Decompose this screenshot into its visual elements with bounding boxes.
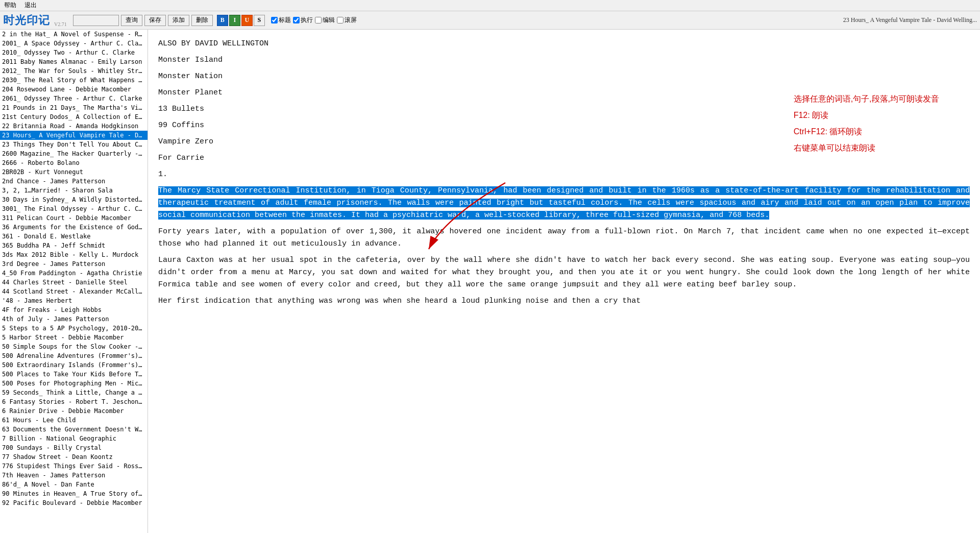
sidebar-item[interactable]: 3, 2, 1…Married! - Sharon Sala <box>0 186 148 195</box>
sidebar-item[interactable]: 2nd Chance - James Patterson <box>0 177 148 186</box>
sidebar-item[interactable]: 4_50 From Paddington - Agatha Christie <box>0 269 148 278</box>
sidebar-item[interactable]: 2061_ Odyssey Three - Arthur C. Clarke <box>0 94 148 103</box>
sidebar-item[interactable]: 3001_ The Final Odyssey - Arthur C. Clar… <box>0 204 148 213</box>
sidebar-item[interactable]: 2BR02B - Kurt Vonnegut <box>0 167 148 177</box>
paragraph-4: Her first indication that anything was w… <box>158 295 970 307</box>
sidebar-item[interactable]: 3rd Degree - James Patterson <box>0 259 148 269</box>
app-title: 时光印记 <box>3 13 50 28</box>
book-item: Monster Island <box>158 54 970 66</box>
window-title: 23 Hours_ A Vengeful Vampire Tale - Davi… <box>843 16 977 24</box>
sidebar-item[interactable]: 2600 Magazine_ The Hacker Quarterly - Di… <box>0 149 148 158</box>
sidebar-item[interactable]: 61 Hours - Lee Child <box>0 416 148 425</box>
sidebar-item[interactable]: 311 Pelican Court - Debbie Macomber <box>0 213 148 223</box>
sidebar-item[interactable]: 500 Adrenaline Adventures (Frommer's) - … <box>0 351 148 360</box>
search-input[interactable] <box>73 15 119 26</box>
paragraph-2: Forty years later, with a population of … <box>158 226 970 250</box>
search-button[interactable]: 查询 <box>121 15 142 26</box>
sidebar-item[interactable]: 77 Shadow Street - Dean Koontz <box>0 452 148 462</box>
sidebar-item[interactable]: 2012_ The War for Souls - Whitley Strieb… <box>0 66 148 76</box>
sidebar-item[interactable]: 2666 - Roberto Bolano <box>0 158 148 167</box>
sidebar-item[interactable]: 7th Heaven - James Patterson <box>0 471 148 480</box>
sidebar-item[interactable]: 2 in the Hat_ A Novel of Suspense - Raff… <box>0 30 148 39</box>
underline-button[interactable]: U <box>241 15 253 26</box>
sidebar-item[interactable]: 21 Pounds in 21 Days_ The Martha's Viney… <box>0 103 148 112</box>
book-item: Monster Nation <box>158 70 970 83</box>
sidebar-item[interactable]: 50 Simple Soups for the Slow Cooker - Ly… <box>0 342 148 351</box>
sidebar-item[interactable]: 500 Places to Take Your Kids Before They… <box>0 370 148 379</box>
sidebar-item[interactable]: 92 Pacific Boulevard - Debbie Macomber <box>0 498 148 507</box>
book-item: 99 Coffins <box>158 119 970 132</box>
save-button[interactable]: 保存 <box>144 15 166 26</box>
delete-button[interactable]: 删除 <box>191 15 213 26</box>
sidebar-item[interactable]: 6 Rainier Drive - Debbie Macomber <box>0 406 148 416</box>
checkbox-quanping[interactable]: 滚屏 <box>337 16 357 25</box>
sidebar-item[interactable]: 2030_ The Real Story of What Happens to … <box>0 76 148 85</box>
sidebar-item[interactable]: 86'd_ A Novel - Dan Fante <box>0 480 148 489</box>
book-item: 13 Bullets <box>158 103 970 115</box>
sidebar-item[interactable]: 3ds Max 2012 Bible - Kelly L. Murdock <box>0 250 148 259</box>
bold-button[interactable]: B <box>217 15 228 26</box>
book-list: Monster IslandMonster NationMonster Plan… <box>158 54 970 164</box>
also-by-title: ALSO BY DAVID WELLINGTON <box>158 38 970 50</box>
sidebar-item[interactable]: 2011 Baby Names Almanac - Emily Larson <box>0 57 148 66</box>
add-button[interactable]: 添加 <box>168 15 189 26</box>
sidebar-item[interactable]: 21st Century Dodos_ A Collection of Enda… <box>0 112 148 122</box>
chapter-heading: 1. <box>158 168 970 181</box>
paragraph-3: Laura Caxton was at her usual spot in th… <box>158 254 970 291</box>
sidebar-item[interactable]: 90 Minutes in Heaven_ A True Story of De… <box>0 489 148 498</box>
menu-help[interactable]: 帮助 <box>2 0 18 11</box>
sidebar-item[interactable]: 30 Days in Sydney_ A Wildly Distorted Ac… <box>0 195 148 204</box>
sidebar-item[interactable]: 2001_ A Space Odyssey - Arthur C. Clarke <box>0 39 148 48</box>
sidebar-item[interactable]: 5 Harbor Street - Debbie Macomber <box>0 333 148 342</box>
sidebar-item[interactable]: 36 Arguments for the Existence of God - … <box>0 223 148 232</box>
menubar: 帮助 退出 <box>0 0 980 11</box>
sidebar-item[interactable]: 2010_ Odyssey Two - Arthur C. Clarke <box>0 48 148 57</box>
book-item: Vampire Zero <box>158 136 970 148</box>
highlighted-paragraph: The Marcy State Correctional Institution… <box>158 185 970 222</box>
sidebar-item[interactable]: 204 Rosewood Lane - Debbie Macomber <box>0 85 148 94</box>
book-item: Monster Planet <box>158 87 970 99</box>
sidebar-item[interactable]: 63 Documents the Government Doesn't Want… <box>0 425 148 434</box>
content-area[interactable]: ALSO BY DAVID WELLINGTON Monster IslandM… <box>148 30 980 533</box>
sidebar[interactable]: 2 in the Hat_ A Novel of Suspense - Raff… <box>0 30 148 533</box>
book-item: For Carrie <box>158 152 970 164</box>
strikethrough-button[interactable]: S <box>254 15 265 26</box>
toolbar: 时光印记 V2.71 查询 保存 添加 删除 B I U S 标题 执行 编辑 … <box>0 11 980 30</box>
sidebar-item[interactable]: 23 Hours_ A Vengeful Vampire Tale - Davi… <box>0 131 148 140</box>
sidebar-item[interactable]: 365 Buddha PA - Jeff Schmidt <box>0 241 148 250</box>
checkbox-zhihang[interactable]: 执行 <box>293 16 313 25</box>
sidebar-item[interactable]: 4F for Freaks - Leigh Hobbs <box>0 305 148 314</box>
sidebar-item[interactable]: 7 Billion - National Geographic <box>0 434 148 443</box>
sidebar-item[interactable]: 44 Scotland Street - Alexander McCall Sm… <box>0 287 148 296</box>
sidebar-item[interactable]: 776 Stupidest Things Ever Said - Ross Pe… <box>0 462 148 471</box>
main-layout: 2 in the Hat_ A Novel of Suspense - Raff… <box>0 30 980 533</box>
app-version: V2.71 <box>54 21 67 27</box>
sidebar-item[interactable]: 5 Steps to a 5 AP Psychology, 2010-2011 … <box>0 324 148 333</box>
sidebar-item[interactable]: 500 Extraordinary Islands (Frommer's) - … <box>0 360 148 370</box>
sidebar-item[interactable]: 23 Things They Don't Tell You About Capi… <box>0 140 148 149</box>
sidebar-item[interactable]: 6 Fantasy Stories - Robert T. Jeschonek <box>0 397 148 406</box>
sidebar-item[interactable]: 59 Seconds_ Think a Little, Change a Lot… <box>0 388 148 397</box>
sidebar-item[interactable]: 4th of July - James Patterson <box>0 314 148 324</box>
sidebar-item[interactable]: 361 - Donald E. Westlake <box>0 232 148 241</box>
checkbox-bianji[interactable]: 编辑 <box>315 16 335 25</box>
sidebar-item[interactable]: 500 Poses for Photographing Men - Michel… <box>0 379 148 388</box>
italic-button[interactable]: I <box>229 15 240 26</box>
menu-exit[interactable]: 退出 <box>22 0 39 11</box>
sidebar-item[interactable]: '48 - James Herbert <box>0 296 148 305</box>
highlighted-text: The Marcy State Correctional Institution… <box>158 186 970 220</box>
checkbox-biaoti[interactable]: 标题 <box>271 16 291 25</box>
sidebar-item[interactable]: 22 Britannia Road - Amanda Hodgkinson <box>0 122 148 131</box>
sidebar-item[interactable]: 44 Charles Street - Danielle Steel <box>0 278 148 287</box>
sidebar-item[interactable]: 700 Sundays - Billy Crystal <box>0 443 148 452</box>
